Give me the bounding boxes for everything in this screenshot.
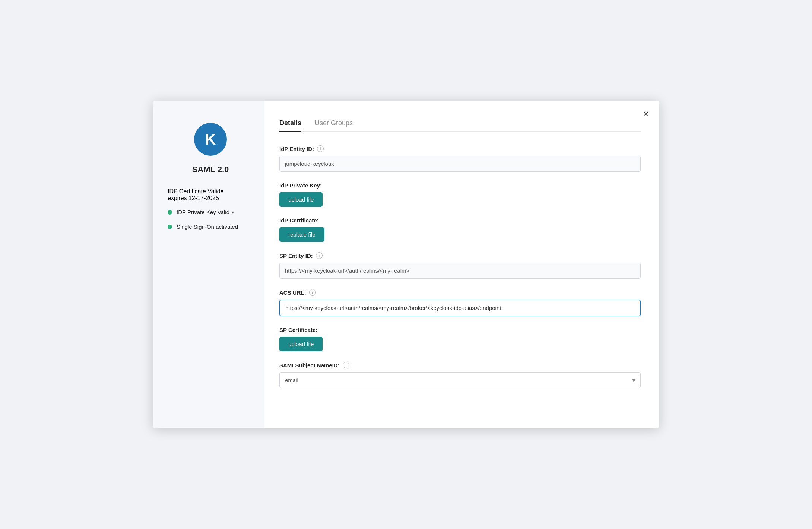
app-title: SAML 2.0 <box>168 165 253 174</box>
acs-url-input[interactable] <box>279 300 641 316</box>
status-label-sso: Single Sign-On activated <box>177 224 238 230</box>
modal-container: × K SAML 2.0 IDP Certificate Valid ▾ exp… <box>153 101 659 428</box>
idp-certificate-group: IdP Certificate: replace file <box>279 217 641 242</box>
sp-entity-id-info-icon[interactable]: i <box>316 252 323 259</box>
status-item-sso: Single Sign-On activated <box>168 224 253 230</box>
idp-certificate-replace-button[interactable]: replace file <box>279 227 324 242</box>
idp-entity-id-input[interactable] <box>279 156 641 172</box>
tab-bar: Details User Groups <box>279 115 641 132</box>
saml-nameid-select-wrapper: email username persistent transient ▾ <box>279 372 641 388</box>
sp-entity-id-label: SP Entity ID: i <box>279 252 641 259</box>
idp-certificate-label: IdP Certificate: <box>279 217 641 224</box>
idp-entity-id-label: IdP Entity ID: i <box>279 145 641 152</box>
avatar: K <box>194 123 227 156</box>
idp-private-key-upload-button[interactable]: upload file <box>279 192 323 207</box>
idp-private-key-group: IdP Private Key: upload file <box>279 182 641 207</box>
chevron-down-icon-2[interactable]: ▾ <box>232 210 234 215</box>
tab-user-groups[interactable]: User Groups <box>315 115 353 132</box>
sp-entity-id-input[interactable] <box>279 263 641 279</box>
chevron-down-icon[interactable]: ▾ <box>221 188 223 195</box>
status-label-idp-cert: IDP Certificate Valid <box>168 188 221 195</box>
idp-entity-id-info-icon[interactable]: i <box>317 145 324 152</box>
status-label-idp-key: IDP Private Key Valid <box>177 209 229 215</box>
sp-certificate-upload-button[interactable]: upload file <box>279 337 323 351</box>
status-item-idp-cert: IDP Certificate Valid ▾ expires 12-17-20… <box>168 188 253 202</box>
saml-nameid-select[interactable]: email username persistent transient <box>279 372 641 388</box>
status-dot-sso <box>168 225 172 229</box>
acs-url-label: ACS URL: i <box>279 289 641 296</box>
status-dot-idp-key <box>168 210 172 215</box>
sp-certificate-group: SP Certificate: upload file <box>279 327 641 351</box>
status-list: IDP Certificate Valid ▾ expires 12-17-20… <box>168 188 253 238</box>
idp-private-key-label: IdP Private Key: <box>279 182 641 189</box>
saml-subject-nameid-label: SAMLSubject NameID: i <box>279 362 641 368</box>
saml-nameid-info-icon[interactable]: i <box>343 362 349 368</box>
main-content: Details User Groups IdP Entity ID: i IdP… <box>264 101 659 428</box>
idp-entity-id-group: IdP Entity ID: i <box>279 145 641 172</box>
acs-url-group: ACS URL: i <box>279 289 641 316</box>
sp-entity-id-group: SP Entity ID: i <box>279 252 641 279</box>
saml-subject-nameid-group: SAMLSubject NameID: i email username per… <box>279 362 641 388</box>
idp-cert-expiry: expires 12-17-2025 <box>168 195 219 201</box>
acs-url-info-icon[interactable]: i <box>309 289 316 296</box>
tab-details[interactable]: Details <box>279 115 301 132</box>
close-button[interactable]: × <box>643 109 649 118</box>
status-item-idp-key: IDP Private Key Valid ▾ <box>168 209 253 215</box>
sidebar: K SAML 2.0 IDP Certificate Valid ▾ expir… <box>153 101 264 428</box>
sp-certificate-label: SP Certificate: <box>279 327 641 333</box>
